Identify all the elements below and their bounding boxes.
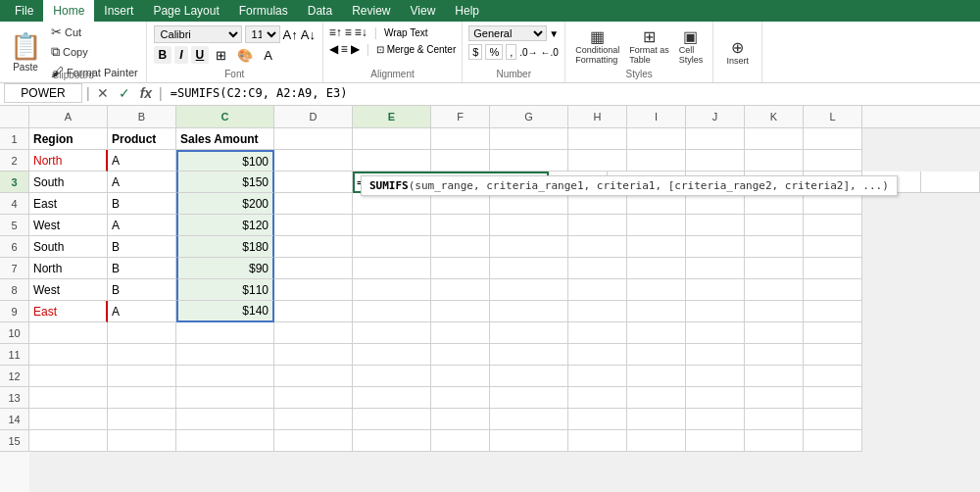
cell-j4[interactable] — [686, 193, 745, 215]
percent-icon[interactable]: % — [485, 44, 503, 60]
row-header-2[interactable]: 2 — [0, 150, 29, 172]
cell-h9[interactable] — [568, 301, 627, 322]
cell-h5[interactable] — [568, 215, 627, 236]
cell-g4[interactable] — [490, 193, 568, 215]
copy-button[interactable]: ⧉ Copy — [47, 43, 142, 61]
cell-l11[interactable] — [804, 344, 862, 366]
comma-icon[interactable]: , — [506, 44, 516, 60]
insert-button[interactable]: ⊕ Insert — [722, 38, 753, 68]
col-header-a[interactable]: A — [29, 106, 108, 127]
cell-a6[interactable]: South — [29, 236, 108, 258]
border-icon[interactable]: ⊞ — [212, 47, 230, 64]
cell-i12[interactable] — [627, 366, 686, 387]
row-header-4[interactable]: 4 — [0, 193, 29, 215]
cell-b9[interactable]: A — [108, 301, 176, 322]
cell-a3[interactable]: South — [29, 172, 108, 193]
cell-h6[interactable] — [568, 236, 627, 258]
cell-l15[interactable] — [804, 430, 862, 452]
cell-i6[interactable] — [627, 236, 686, 258]
cell-g7[interactable] — [490, 258, 568, 279]
cell-k9[interactable] — [745, 301, 804, 322]
cell-e11[interactable] — [353, 344, 431, 366]
cell-e15[interactable] — [353, 430, 431, 452]
cell-j10[interactable] — [686, 322, 745, 344]
cell-d14[interactable] — [274, 409, 353, 430]
cell-d11[interactable] — [274, 344, 353, 366]
align-right-icon[interactable]: ▶ — [351, 42, 360, 56]
cell-i2[interactable] — [627, 150, 686, 172]
cell-i1[interactable] — [627, 128, 686, 150]
cell-a10[interactable] — [29, 322, 108, 344]
fill-color-icon[interactable]: 🎨 — [233, 47, 257, 64]
cell-b11[interactable] — [108, 344, 176, 366]
tab-formulas[interactable]: Formulas — [229, 0, 298, 22]
number-format-chevron[interactable]: ▼ — [549, 28, 559, 39]
cell-f7[interactable] — [431, 258, 490, 279]
tab-file[interactable]: File — [5, 0, 43, 22]
cell-g13[interactable] — [490, 387, 568, 409]
cell-a9[interactable]: East — [29, 301, 108, 322]
name-box[interactable] — [4, 83, 82, 103]
cell-h15[interactable] — [568, 430, 627, 452]
paste-button[interactable]: 📋 Paste — [4, 24, 47, 80]
cell-c5[interactable]: $120 — [176, 215, 274, 236]
cell-j1[interactable] — [686, 128, 745, 150]
cell-e13[interactable] — [353, 387, 431, 409]
tab-data[interactable]: Data — [298, 0, 342, 22]
cell-e9[interactable] — [353, 301, 431, 322]
cell-a7[interactable]: North — [29, 258, 108, 279]
cell-e2[interactable] — [353, 150, 431, 172]
cell-k14[interactable] — [745, 409, 804, 430]
cell-l5[interactable] — [804, 215, 862, 236]
cell-l1[interactable] — [804, 128, 862, 150]
cell-e14[interactable] — [353, 409, 431, 430]
cell-i11[interactable] — [627, 344, 686, 366]
cell-c1[interactable]: Sales Amount — [176, 128, 274, 150]
cell-c8[interactable]: $110 — [176, 279, 274, 301]
cell-l4[interactable] — [804, 193, 862, 215]
cell-l14[interactable] — [804, 409, 862, 430]
cell-c7[interactable]: $90 — [176, 258, 274, 279]
cell-e6[interactable] — [353, 236, 431, 258]
cell-l6[interactable] — [804, 236, 862, 258]
cell-styles-button[interactable]: ▣ CellStyles — [675, 27, 708, 67]
col-header-d[interactable]: D — [274, 106, 353, 127]
cancel-button[interactable]: ✕ — [94, 85, 112, 101]
cell-b12[interactable] — [108, 366, 176, 387]
cell-g15[interactable] — [490, 430, 568, 452]
font-color-icon[interactable]: A — [260, 47, 276, 64]
cell-a8[interactable]: West — [29, 279, 108, 301]
row-header-8[interactable]: 8 — [0, 279, 29, 301]
cell-c11[interactable] — [176, 344, 274, 366]
cell-c14[interactable] — [176, 409, 274, 430]
row-header-6[interactable]: 6 — [0, 236, 29, 258]
cell-j13[interactable] — [686, 387, 745, 409]
cell-f11[interactable] — [431, 344, 490, 366]
cell-b2[interactable]: A — [108, 150, 176, 172]
cell-h8[interactable] — [568, 279, 627, 301]
tab-home[interactable]: Home — [43, 0, 94, 22]
cell-d6[interactable] — [274, 236, 353, 258]
cell-d9[interactable] — [274, 301, 353, 322]
align-top-icon[interactable]: ≡↑ — [329, 25, 342, 39]
cell-g10[interactable] — [490, 322, 568, 344]
cell-c15[interactable] — [176, 430, 274, 452]
cell-b10[interactable] — [108, 322, 176, 344]
cell-f10[interactable] — [431, 322, 490, 344]
cell-i10[interactable] — [627, 322, 686, 344]
cell-k8[interactable] — [745, 279, 804, 301]
cell-b3[interactable]: A — [108, 172, 176, 193]
cell-k10[interactable] — [745, 322, 804, 344]
cell-g12[interactable] — [490, 366, 568, 387]
cell-l8[interactable] — [804, 279, 862, 301]
conditional-formatting-button[interactable]: ▦ ConditionalFormatting — [571, 27, 623, 67]
cut-button[interactable]: ✂ Cut — [47, 24, 142, 40]
font-name-select[interactable]: Calibri — [154, 25, 242, 43]
cell-b6[interactable]: B — [108, 236, 176, 258]
cell-e5[interactable] — [353, 215, 431, 236]
tab-insert[interactable]: Insert — [94, 0, 143, 22]
cell-f13[interactable] — [431, 387, 490, 409]
cell-d8[interactable] — [274, 279, 353, 301]
cell-a1[interactable]: Region — [29, 128, 108, 150]
cell-a14[interactable] — [29, 409, 108, 430]
